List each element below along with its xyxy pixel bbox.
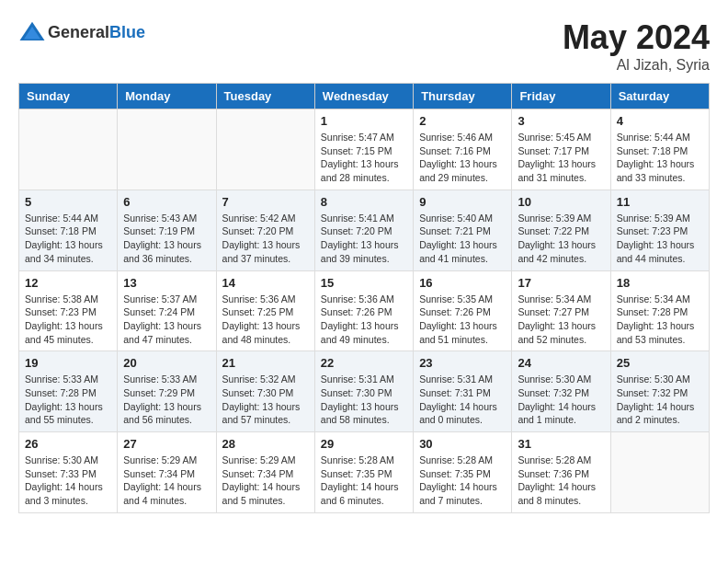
day-number: 16 bbox=[419, 276, 506, 290]
day-number: 27 bbox=[123, 437, 210, 451]
calendar-cell: 9Sunrise: 5:40 AMSunset: 7:21 PMDaylight… bbox=[414, 190, 512, 270]
day-number: 17 bbox=[518, 276, 604, 290]
calendar-cell: 7Sunrise: 5:42 AMSunset: 7:20 PMDaylight… bbox=[216, 190, 314, 270]
day-info: Sunrise: 5:34 AMSunset: 7:27 PMDaylight:… bbox=[518, 293, 604, 347]
day-info: Sunrise: 5:44 AMSunset: 7:18 PMDaylight:… bbox=[25, 212, 111, 266]
calendar-week-row: 5Sunrise: 5:44 AMSunset: 7:18 PMDaylight… bbox=[19, 190, 710, 270]
calendar-week-row: 19Sunrise: 5:33 AMSunset: 7:28 PMDayligh… bbox=[19, 351, 710, 432]
logo-blue: Blue bbox=[109, 23, 145, 41]
calendar-cell: 10Sunrise: 5:39 AMSunset: 7:22 PMDayligh… bbox=[512, 190, 610, 270]
calendar-cell: 11Sunrise: 5:39 AMSunset: 7:23 PMDayligh… bbox=[610, 190, 709, 270]
calendar-cell: 31Sunrise: 5:28 AMSunset: 7:36 PMDayligh… bbox=[512, 432, 610, 513]
calendar-cell bbox=[118, 109, 216, 190]
logo-icon bbox=[18, 18, 46, 46]
month-title: May 2024 bbox=[563, 18, 710, 57]
day-info: Sunrise: 5:42 AMSunset: 7:20 PMDaylight:… bbox=[222, 212, 309, 266]
calendar-cell: 14Sunrise: 5:36 AMSunset: 7:25 PMDayligh… bbox=[216, 270, 314, 351]
calendar-cell: 16Sunrise: 5:35 AMSunset: 7:26 PMDayligh… bbox=[414, 270, 512, 351]
day-info: Sunrise: 5:33 AMSunset: 7:29 PMDaylight:… bbox=[123, 373, 210, 427]
day-number: 9 bbox=[419, 195, 506, 209]
day-number: 15 bbox=[321, 276, 407, 290]
logo-text: GeneralBlue bbox=[48, 23, 145, 42]
logo-general: General bbox=[48, 23, 109, 41]
day-info: Sunrise: 5:31 AMSunset: 7:30 PMDaylight:… bbox=[321, 373, 407, 427]
day-info: Sunrise: 5:37 AMSunset: 7:24 PMDaylight:… bbox=[123, 293, 210, 347]
day-number: 28 bbox=[222, 437, 309, 451]
calendar-table: SundayMondayTuesdayWednesdayThursdayFrid… bbox=[18, 83, 710, 513]
day-info: Sunrise: 5:28 AMSunset: 7:35 PMDaylight:… bbox=[321, 454, 407, 508]
weekday-header-monday: Monday bbox=[118, 84, 216, 109]
day-info: Sunrise: 5:31 AMSunset: 7:31 PMDaylight:… bbox=[419, 373, 506, 427]
day-number: 21 bbox=[222, 356, 309, 370]
logo: GeneralBlue bbox=[18, 18, 145, 46]
day-info: Sunrise: 5:30 AMSunset: 7:32 PMDaylight:… bbox=[617, 373, 703, 427]
day-info: Sunrise: 5:39 AMSunset: 7:22 PMDaylight:… bbox=[518, 212, 604, 266]
calendar-cell: 5Sunrise: 5:44 AMSunset: 7:18 PMDaylight… bbox=[19, 190, 118, 270]
day-number: 7 bbox=[222, 195, 309, 209]
calendar-cell: 28Sunrise: 5:29 AMSunset: 7:34 PMDayligh… bbox=[216, 432, 314, 513]
calendar-cell: 27Sunrise: 5:29 AMSunset: 7:34 PMDayligh… bbox=[118, 432, 216, 513]
day-info: Sunrise: 5:45 AMSunset: 7:17 PMDaylight:… bbox=[518, 131, 604, 185]
weekday-header-wednesday: Wednesday bbox=[314, 84, 413, 109]
day-number: 4 bbox=[617, 114, 703, 128]
day-number: 31 bbox=[518, 437, 604, 451]
calendar-cell: 8Sunrise: 5:41 AMSunset: 7:20 PMDaylight… bbox=[314, 190, 413, 270]
calendar-cell bbox=[610, 432, 709, 513]
calendar-cell: 29Sunrise: 5:28 AMSunset: 7:35 PMDayligh… bbox=[314, 432, 413, 513]
day-info: Sunrise: 5:29 AMSunset: 7:34 PMDaylight:… bbox=[222, 454, 309, 508]
weekday-header-tuesday: Tuesday bbox=[216, 84, 314, 109]
day-info: Sunrise: 5:47 AMSunset: 7:15 PMDaylight:… bbox=[321, 131, 407, 185]
weekday-header-sunday: Sunday bbox=[19, 84, 118, 109]
day-number: 29 bbox=[321, 437, 407, 451]
weekday-header-saturday: Saturday bbox=[610, 84, 709, 109]
calendar-cell: 30Sunrise: 5:28 AMSunset: 7:35 PMDayligh… bbox=[414, 432, 512, 513]
calendar-cell: 3Sunrise: 5:45 AMSunset: 7:17 PMDaylight… bbox=[512, 109, 610, 190]
calendar-cell: 13Sunrise: 5:37 AMSunset: 7:24 PMDayligh… bbox=[118, 270, 216, 351]
day-number: 12 bbox=[25, 276, 111, 290]
calendar-cell: 17Sunrise: 5:34 AMSunset: 7:27 PMDayligh… bbox=[512, 270, 610, 351]
calendar-cell: 12Sunrise: 5:38 AMSunset: 7:23 PMDayligh… bbox=[19, 270, 118, 351]
calendar-week-row: 26Sunrise: 5:30 AMSunset: 7:33 PMDayligh… bbox=[19, 432, 710, 513]
calendar-cell bbox=[216, 109, 314, 190]
calendar-cell bbox=[19, 109, 118, 190]
calendar-cell: 26Sunrise: 5:30 AMSunset: 7:33 PMDayligh… bbox=[19, 432, 118, 513]
location-title: Al Jizah, Syria bbox=[563, 57, 710, 74]
day-number: 18 bbox=[617, 276, 703, 290]
calendar-cell: 25Sunrise: 5:30 AMSunset: 7:32 PMDayligh… bbox=[610, 351, 709, 432]
title-section: May 2024 Al Jizah, Syria bbox=[563, 18, 710, 74]
calendar-cell: 23Sunrise: 5:31 AMSunset: 7:31 PMDayligh… bbox=[414, 351, 512, 432]
day-number: 3 bbox=[518, 114, 604, 128]
day-number: 26 bbox=[25, 437, 111, 451]
day-info: Sunrise: 5:36 AMSunset: 7:25 PMDaylight:… bbox=[222, 293, 309, 347]
day-number: 14 bbox=[222, 276, 309, 290]
day-number: 23 bbox=[419, 356, 506, 370]
day-info: Sunrise: 5:32 AMSunset: 7:30 PMDaylight:… bbox=[222, 373, 309, 427]
calendar-cell: 24Sunrise: 5:30 AMSunset: 7:32 PMDayligh… bbox=[512, 351, 610, 432]
day-info: Sunrise: 5:28 AMSunset: 7:35 PMDaylight:… bbox=[419, 454, 506, 508]
day-info: Sunrise: 5:30 AMSunset: 7:33 PMDaylight:… bbox=[25, 454, 111, 508]
day-info: Sunrise: 5:41 AMSunset: 7:20 PMDaylight:… bbox=[321, 212, 407, 266]
day-number: 13 bbox=[123, 276, 210, 290]
day-info: Sunrise: 5:40 AMSunset: 7:21 PMDaylight:… bbox=[419, 212, 506, 266]
day-info: Sunrise: 5:39 AMSunset: 7:23 PMDaylight:… bbox=[617, 212, 703, 266]
day-number: 5 bbox=[25, 195, 111, 209]
day-info: Sunrise: 5:38 AMSunset: 7:23 PMDaylight:… bbox=[25, 293, 111, 347]
day-number: 19 bbox=[25, 356, 111, 370]
day-number: 8 bbox=[321, 195, 407, 209]
calendar-cell: 2Sunrise: 5:46 AMSunset: 7:16 PMDaylight… bbox=[414, 109, 512, 190]
page-header: GeneralBlue May 2024 Al Jizah, Syria bbox=[18, 18, 710, 74]
day-number: 10 bbox=[518, 195, 604, 209]
day-number: 6 bbox=[123, 195, 210, 209]
day-info: Sunrise: 5:43 AMSunset: 7:19 PMDaylight:… bbox=[123, 212, 210, 266]
day-info: Sunrise: 5:36 AMSunset: 7:26 PMDaylight:… bbox=[321, 293, 407, 347]
day-info: Sunrise: 5:30 AMSunset: 7:32 PMDaylight:… bbox=[518, 373, 604, 427]
day-info: Sunrise: 5:28 AMSunset: 7:36 PMDaylight:… bbox=[518, 454, 604, 508]
weekday-header-thursday: Thursday bbox=[414, 84, 512, 109]
day-number: 11 bbox=[617, 195, 703, 209]
calendar-week-row: 1Sunrise: 5:47 AMSunset: 7:15 PMDaylight… bbox=[19, 109, 710, 190]
calendar-cell: 6Sunrise: 5:43 AMSunset: 7:19 PMDaylight… bbox=[118, 190, 216, 270]
day-info: Sunrise: 5:29 AMSunset: 7:34 PMDaylight:… bbox=[123, 454, 210, 508]
weekday-header-row: SundayMondayTuesdayWednesdayThursdayFrid… bbox=[19, 84, 710, 109]
calendar-cell: 19Sunrise: 5:33 AMSunset: 7:28 PMDayligh… bbox=[19, 351, 118, 432]
day-info: Sunrise: 5:44 AMSunset: 7:18 PMDaylight:… bbox=[617, 131, 703, 185]
